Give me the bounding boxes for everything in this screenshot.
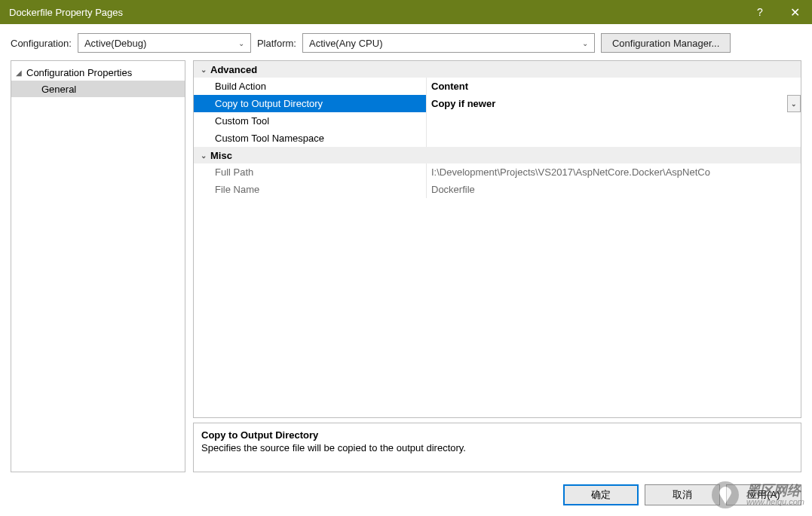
prop-row-custom-tool[interactable]: Custom Tool	[194, 112, 801, 130]
prop-value[interactable]	[427, 112, 801, 130]
prop-key: Custom Tool Namespace	[194, 130, 427, 147]
platform-label: Platform:	[257, 38, 296, 49]
prop-key: File Name	[194, 181, 427, 198]
help-button[interactable]: ?	[743, 0, 777, 24]
body: ◢ Configuration Properties General ⌄ Adv…	[0, 60, 812, 477]
chevron-down-icon: ⌄	[579, 39, 591, 47]
description-body: Specifies the source file will be copied…	[201, 442, 793, 453]
dropdown-button[interactable]: ⌄	[787, 95, 801, 112]
tree-parent-label: Configuration Properties	[26, 67, 132, 78]
prop-key: Custom Tool	[194, 112, 427, 130]
apply-button[interactable]: 应用(A)	[726, 484, 801, 505]
window-title: Dockerfile Property Pages	[9, 7, 743, 18]
prop-key: Build Action	[194, 78, 427, 95]
tree-node-label: General	[41, 84, 76, 95]
category-advanced[interactable]: ⌄ Advanced	[194, 61, 801, 78]
prop-value[interactable]: Copy if newer ⌄	[427, 95, 801, 112]
chevron-down-icon: ⌄	[197, 66, 210, 74]
category-misc[interactable]: ⌄ Misc	[194, 147, 801, 163]
configuration-value: Active(Debug)	[84, 38, 146, 49]
dialog-window: Dockerfile Property Pages ? ✕ Configurat…	[0, 0, 812, 516]
description-title: Copy to Output Directory	[201, 429, 793, 441]
chevron-down-icon: ⌄	[197, 151, 210, 160]
prop-row-copy-output[interactable]: Copy to Output Directory Copy if newer ⌄	[194, 95, 801, 112]
configuration-combo[interactable]: Active(Debug) ⌄	[78, 33, 251, 53]
toolbar: Configuration: Active(Debug) ⌄ Platform:…	[0, 24, 812, 60]
prop-row-file-name[interactable]: File Name Dockerfile	[194, 181, 801, 198]
chevron-down-icon: ⌄	[235, 39, 247, 47]
main-pane: ⌄ Advanced Build Action Content Copy to …	[193, 60, 801, 472]
property-grid[interactable]: ⌄ Advanced Build Action Content Copy to …	[193, 60, 801, 418]
collapse-icon: ◢	[16, 69, 26, 77]
prop-value[interactable]: Content	[427, 78, 801, 95]
tree-node-general[interactable]: General	[11, 81, 185, 97]
prop-row-full-path[interactable]: Full Path I:\Development\Projects\VS2017…	[194, 163, 801, 181]
prop-row-build-action[interactable]: Build Action Content	[194, 78, 801, 95]
prop-key: Copy to Output Directory	[194, 95, 427, 112]
platform-combo[interactable]: Active(Any CPU) ⌄	[302, 33, 595, 53]
prop-value: I:\Development\Projects\VS2017\AspNetCor…	[427, 163, 801, 181]
configuration-manager-button[interactable]: Configuration Manager...	[601, 33, 731, 53]
prop-value[interactable]	[427, 130, 801, 147]
cancel-button[interactable]: 取消	[645, 484, 720, 505]
prop-key: Full Path	[194, 163, 427, 181]
nav-tree[interactable]: ◢ Configuration Properties General	[11, 60, 185, 472]
prop-value: Dockerfile	[427, 181, 801, 198]
configuration-label: Configuration:	[11, 38, 72, 49]
tree-parent-config-properties[interactable]: ◢ Configuration Properties	[11, 64, 185, 81]
prop-row-custom-tool-ns[interactable]: Custom Tool Namespace	[194, 130, 801, 147]
titlebar: Dockerfile Property Pages ? ✕	[0, 0, 812, 24]
close-button[interactable]: ✕	[777, 0, 812, 24]
ok-button[interactable]: 确定	[563, 484, 639, 505]
description-pane: Copy to Output Directory Specifies the s…	[193, 423, 801, 472]
platform-value: Active(Any CPU)	[309, 38, 383, 49]
footer: 确定 取消 应用(A)	[0, 477, 812, 516]
